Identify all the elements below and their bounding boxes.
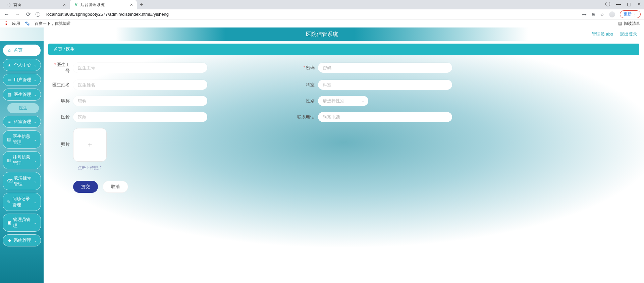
label-age: 医龄 — [52, 114, 70, 120]
chevron-down-icon: ⌄ — [34, 63, 37, 67]
address-bar-row: ← → ⟳ i localhost:8080/springbooty2577/a… — [0, 9, 644, 19]
input-department[interactable] — [318, 80, 452, 90]
sidebar-label: 挂号信息管理 — [13, 154, 32, 166]
url-text: localhost:8080/springbooty2577/admin/dis… — [46, 12, 169, 17]
admin-icon: ▣ — [7, 220, 11, 225]
sidebar-subitem-doctor[interactable]: 医生 — [7, 103, 39, 113]
sidebar-label: 用户管理 — [14, 77, 31, 83]
field-phone: 联系电话 — [297, 112, 501, 122]
window-controls: — ▢ ✕ — [605, 1, 641, 7]
logout-link[interactable]: 退出登录 — [620, 31, 637, 37]
sidebar-item-system[interactable]: ◆ 系统管理 ⌄ — [3, 234, 41, 246]
globe-icon: ◌ — [7, 2, 11, 7]
address-bar[interactable]: localhost:8080/springbooty2577/admin/dis… — [44, 12, 578, 17]
input-doctor-name[interactable] — [73, 80, 207, 90]
chevron-down-icon: ⌄ — [34, 120, 37, 124]
grid-icon: ▦ — [7, 92, 12, 97]
breadcrumb-home[interactable]: 首页 — [54, 47, 62, 52]
browser-tab[interactable]: V 后台管理系统 × — [70, 0, 137, 9]
sidebar-item-departments[interactable]: ≡ 科室管理 ⌄ — [3, 116, 41, 128]
sidebar-label: 系统管理 — [14, 237, 31, 243]
reload-button[interactable]: ⟳ — [25, 11, 32, 17]
apps-icon[interactable]: ⠿ — [4, 21, 7, 26]
cancel-button[interactable]: 取消 — [103, 181, 128, 193]
sidebar-label: 取消挂号管理 — [14, 175, 32, 187]
sidebar-item-profile[interactable]: ▲ 个人中心 ⌄ — [3, 59, 41, 71]
sidebar-item-records[interactable]: ✎ 问诊记录管理 ⌄ — [3, 193, 41, 211]
app-body: ⌂ 首页 ▲ 个人中心 ⌄ ▭ 用户管理 ⌄ ▦ 医生管理 ⌄ 医生 ≡ 科室管… — [0, 27, 644, 283]
gear-icon: ◆ — [7, 238, 12, 243]
input-phone[interactable] — [318, 112, 452, 122]
chevron-down-icon: ⌄ — [34, 179, 37, 183]
home-icon: ⌂ — [7, 48, 12, 53]
label-photo: 照片 — [52, 142, 70, 148]
tab-close-icon[interactable]: × — [130, 2, 133, 7]
user-link[interactable]: 管理员 abo — [592, 31, 613, 37]
sidebar-item-users[interactable]: ▭ 用户管理 ⌄ — [3, 74, 41, 86]
reading-list-link[interactable]: 阅读清单 — [624, 21, 640, 26]
app-title: 医院信管系统 — [306, 31, 338, 38]
label-doctor-id: *医生工号 — [52, 62, 70, 74]
sidebar-item-doctors[interactable]: ▦ 医生管理 ⌄ — [3, 89, 41, 101]
header-right: 管理员 abo 退出登录 — [592, 31, 637, 37]
input-title[interactable] — [73, 96, 207, 106]
zoom-icon[interactable]: ⊕ — [591, 12, 595, 17]
sidebar-item-registration[interactable]: ▥ 挂号信息管理 ⌄ — [3, 151, 41, 169]
sidebar-item-cancel-reg[interactable]: ⌫ 取消挂号管理 ⌄ — [3, 172, 41, 190]
upload-box[interactable]: + — [73, 128, 107, 162]
field-photo: 照片 + 点击上传照片 — [52, 128, 501, 171]
field-gender: 性别 请选择性别 ⌄ — [297, 96, 501, 106]
doctor-form: *医生工号 *密码 医生姓名 科室 职称 — [48, 62, 504, 193]
star-icon[interactable]: ☆ — [600, 12, 604, 17]
circle-icon[interactable] — [605, 2, 610, 6]
sidebar-item-admins[interactable]: ▣ 管理员管理 ⌄ — [3, 214, 41, 232]
browser-tab[interactable]: ◌ 首页 × — [3, 0, 70, 9]
site-info-icon[interactable]: i — [36, 12, 40, 17]
label-gender: 性别 — [297, 98, 315, 104]
sidebar-label: 首页 — [14, 47, 22, 53]
sidebar: ⌂ 首页 ▲ 个人中心 ⌄ ▭ 用户管理 ⌄ ▦ 医生管理 ⌄ 医生 ≡ 科室管… — [0, 27, 44, 283]
select-placeholder: 请选择性别 — [323, 98, 344, 104]
field-age: 医龄 — [52, 112, 256, 122]
chevron-down-icon: ⌄ — [34, 239, 37, 242]
browser-chrome: — ▢ ✕ ◌ 首页 × V 后台管理系统 × + ← → ⟳ i localh… — [0, 0, 644, 27]
back-button[interactable]: ← — [3, 11, 10, 17]
vue-icon: V — [74, 2, 78, 7]
profile-avatar[interactable] — [609, 11, 615, 17]
update-button[interactable]: 更新⋮ — [620, 10, 641, 18]
tab-title: 首页 — [13, 2, 21, 8]
close-window-button[interactable]: ✕ — [637, 1, 641, 7]
maximize-button[interactable]: ▢ — [627, 1, 631, 7]
input-age[interactable] — [73, 112, 207, 122]
sidebar-label: 科室管理 — [14, 119, 31, 125]
select-gender[interactable]: 请选择性别 ⌄ — [318, 96, 368, 106]
ticket-icon: ▥ — [7, 158, 11, 163]
breadcrumb-sep: / — [64, 47, 65, 52]
chevron-down-icon: ⌄ — [34, 78, 37, 82]
plus-icon: + — [88, 140, 92, 149]
doc-icon: ▤ — [7, 137, 11, 142]
sidebar-item-doctor-info[interactable]: ▤ 医生信息管理 ⌄ — [3, 130, 41, 149]
breadcrumb: 首页 / 医生 — [48, 44, 639, 55]
sidebar-label: 管理员管理 — [13, 217, 32, 229]
key-icon[interactable]: ⊶ — [582, 12, 587, 17]
tab-close-icon[interactable]: × — [63, 2, 66, 7]
sidebar-label: 医生信息管理 — [13, 133, 32, 146]
forward-button[interactable]: → — [14, 11, 21, 17]
chevron-down-icon: ⌄ — [362, 99, 364, 103]
chevron-down-icon: ⌄ — [34, 200, 37, 204]
sidebar-home[interactable]: ⌂ 首页 — [3, 44, 41, 56]
minimize-button[interactable]: — — [616, 1, 621, 7]
apps-link[interactable]: 应用 — [12, 21, 20, 26]
browser-tabs: ◌ 首页 × V 后台管理系统 × + — [0, 0, 644, 9]
baidu-link[interactable]: 百度一下，你就知道 — [35, 21, 71, 26]
sidebar-label: 医生管理 — [14, 92, 31, 98]
label-doctor-name: 医生姓名 — [52, 82, 70, 88]
input-password[interactable] — [318, 63, 452, 73]
app-header: 医院信管系统 管理员 abo 退出登录 — [0, 27, 644, 41]
new-tab-button[interactable]: + — [137, 0, 146, 9]
submit-button[interactable]: 提交 — [73, 181, 98, 193]
input-doctor-id[interactable] — [73, 63, 207, 73]
main-content: 首页 / 医生 *医生工号 *密码 医生姓名 科室 — [44, 27, 644, 283]
baidu-icon: 🐾 — [25, 21, 30, 26]
